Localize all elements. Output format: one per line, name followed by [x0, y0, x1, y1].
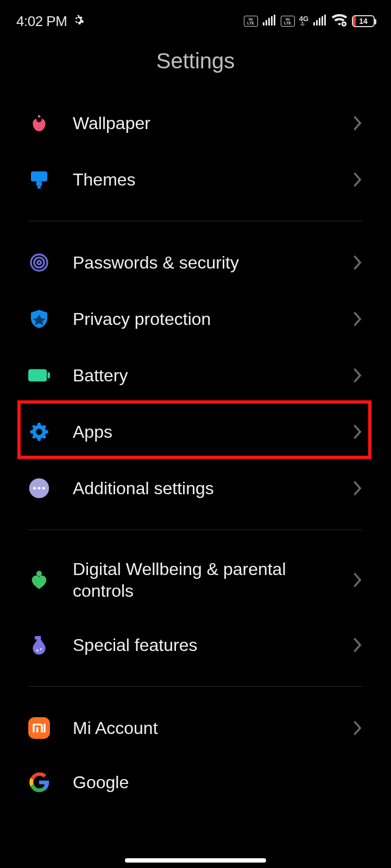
svg-rect-12	[36, 181, 42, 186]
row-special-features[interactable]: Special features	[0, 617, 391, 673]
status-bar: 4:02 PM VoLTE VoLTE 4G 14	[0, 0, 391, 33]
svg-point-16	[37, 261, 41, 265]
themes-icon	[28, 169, 50, 190]
section-divider	[28, 686, 363, 687]
settings-gear-icon	[72, 14, 84, 28]
row-label: Privacy protection	[73, 308, 330, 330]
svg-rect-9	[324, 15, 326, 25]
section-divider	[28, 529, 363, 530]
svg-rect-17	[28, 369, 47, 382]
row-passwords-security[interactable]: Passwords & security	[0, 234, 391, 291]
network-type-label: 4G	[299, 16, 308, 26]
row-label: Passwords & security	[73, 252, 330, 273]
home-indicator[interactable]	[125, 858, 266, 863]
svg-rect-0	[263, 22, 264, 25]
svg-point-24	[36, 571, 42, 576]
svg-point-25	[35, 636, 39, 640]
svg-rect-2	[268, 18, 270, 25]
svg-rect-4	[274, 15, 275, 25]
row-themes[interactable]: Themes	[0, 151, 391, 208]
svg-point-19	[36, 429, 42, 435]
section-divider	[28, 221, 363, 221]
chevron-right-icon	[353, 637, 363, 653]
status-time: 4:02 PM	[16, 13, 67, 30]
gear-icon	[28, 421, 50, 443]
svg-rect-1	[266, 20, 267, 25]
battery-icon: 14	[352, 15, 375, 27]
wifi-icon	[331, 14, 348, 29]
svg-point-27	[40, 648, 42, 650]
wellbeing-icon	[28, 569, 50, 591]
row-mi-account[interactable]: Mi Account	[0, 700, 391, 756]
row-apps[interactable]: Apps	[0, 404, 391, 460]
chevron-right-icon	[353, 116, 363, 131]
svg-point-22	[38, 487, 41, 490]
wallpaper-icon	[28, 112, 50, 134]
svg-rect-28	[28, 717, 50, 739]
row-label: Battery	[73, 365, 330, 386]
google-logo-icon	[28, 771, 50, 793]
row-battery[interactable]: Battery	[0, 347, 391, 404]
svg-rect-13	[37, 186, 41, 189]
more-icon	[28, 477, 50, 499]
chevron-right-icon	[353, 572, 363, 588]
signal2-icon	[313, 15, 327, 28]
chevron-right-icon	[353, 481, 363, 496]
row-wallpaper[interactable]: Wallpaper	[0, 95, 391, 151]
chevron-right-icon	[353, 720, 363, 736]
row-additional-settings[interactable]: Additional settings	[0, 460, 391, 516]
page-title: Settings	[0, 49, 391, 73]
svg-point-26	[36, 649, 39, 652]
row-label: Additional settings	[73, 477, 330, 499]
row-label: Digital Wellbeing & parental controls	[73, 558, 330, 602]
chevron-right-icon	[353, 172, 363, 187]
row-label: Wallpaper	[73, 112, 330, 134]
svg-rect-7	[319, 18, 320, 25]
fingerprint-icon	[28, 252, 50, 273]
shield-icon	[28, 308, 50, 330]
mi-logo-icon	[28, 717, 50, 739]
svg-rect-6	[316, 20, 318, 25]
row-label: Apps	[73, 421, 330, 443]
volte2-icon: VoLTE	[281, 16, 295, 27]
signal1-icon	[262, 15, 276, 28]
battery-row-icon	[28, 365, 50, 386]
chevron-right-icon	[353, 368, 363, 383]
row-label: Google	[73, 771, 363, 793]
svg-rect-18	[48, 372, 50, 378]
svg-point-23	[42, 487, 45, 490]
svg-rect-11	[31, 171, 47, 181]
chevron-right-icon	[353, 424, 363, 439]
svg-rect-5	[313, 22, 315, 25]
row-google[interactable]: Google	[0, 756, 391, 793]
chevron-right-icon	[353, 255, 363, 270]
svg-point-21	[33, 487, 36, 490]
volte1-icon: VoLTE	[244, 16, 258, 27]
chevron-right-icon	[353, 311, 363, 327]
row-digital-wellbeing[interactable]: Digital Wellbeing & parental controls	[0, 543, 391, 617]
svg-rect-8	[321, 16, 323, 25]
row-label: Special features	[73, 634, 330, 656]
row-label: Themes	[73, 169, 330, 190]
flask-icon	[28, 634, 50, 656]
svg-point-15	[34, 258, 44, 267]
row-label: Mi Account	[73, 717, 330, 739]
row-privacy-protection[interactable]: Privacy protection	[0, 291, 391, 347]
svg-rect-3	[271, 16, 273, 25]
